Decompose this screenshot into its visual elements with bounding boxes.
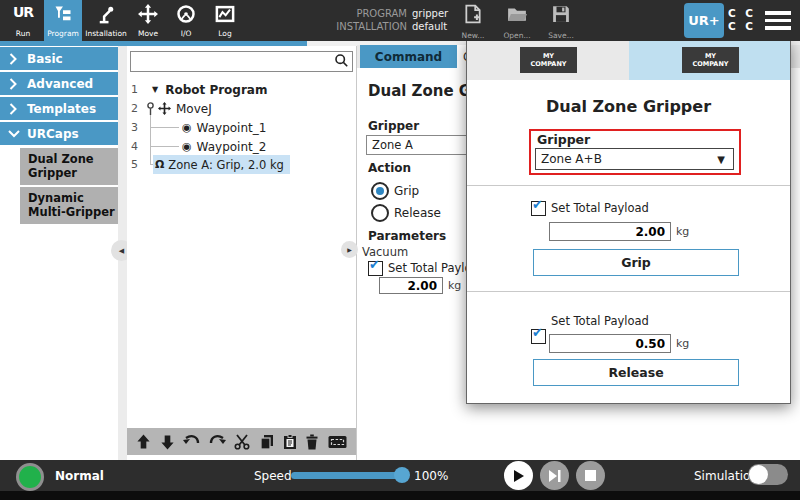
command-payload-input[interactable] [379,277,443,294]
radio-release[interactable] [371,204,389,222]
row-number: 1 [131,83,145,96]
tree-label: MoveJ [176,102,212,116]
release-payload-checkbox[interactable]: ✔ [531,329,546,344]
undo-button[interactable] [183,434,200,449]
program-tree-icon [53,4,73,28]
simulation-toggle[interactable] [748,464,788,485]
tab-installation[interactable]: Installation [84,0,128,41]
step-button[interactable] [540,461,569,490]
play-icon [513,470,524,482]
save-floppy-icon [552,4,570,28]
company-badge-left[interactable]: MY COMPANY [520,47,577,73]
suppress-button[interactable] [328,435,347,449]
pin-icon [146,102,155,116]
tree-label: Waypoint_2 [197,140,267,154]
stop-icon [585,470,596,481]
tree-row-zone-a-grip[interactable]: 5 Ω Zone A: Grip, 2.0 kg [127,155,356,174]
tab-io[interactable]: I/O [168,0,204,41]
command-payload-checkbox[interactable]: ✔ [368,261,383,276]
urplus-badge[interactable]: UR+ [684,3,724,38]
sidebar-item-dual-zone-gripper[interactable]: Dual Zone Gripper [20,148,118,185]
tab-log[interactable]: Log [206,0,244,41]
sidebar-templates-label: Templates [27,102,96,116]
move-down-button[interactable] [160,434,175,450]
command-gripper-select[interactable]: Zone A [366,135,475,155]
open-program-button[interactable]: Open... [496,4,538,40]
chevron-down-icon: ▼ [717,154,725,165]
overlay-gripper-label: Gripper [537,132,590,147]
tree-row-robot-program[interactable]: 1 ▼ Robot Program [127,80,356,99]
tree-search [130,50,353,71]
vendor-logo: C C C C [727,7,757,33]
command-action-label: Action [368,161,411,175]
robot-arm-icon [96,4,116,28]
sidebar-urcaps-label: URCaps [27,127,79,141]
grip-payload-checkbox[interactable]: ✔ [531,201,546,216]
row-number: 3 [131,121,145,134]
io-gauge-icon [176,4,196,28]
new-program-button[interactable]: New... [452,4,494,40]
stop-button[interactable] [576,461,605,490]
grip-button[interactable]: Grip [533,249,739,276]
ur-logo-icon: UR [13,4,33,20]
tree-toolbar [127,428,356,455]
move-up-button[interactable] [136,434,151,450]
speed-label: Speed [254,469,292,483]
new-file-icon [464,4,482,28]
tab-program[interactable]: Program [44,0,82,41]
hamburger-menu-icon[interactable] [760,0,796,41]
command-parameters-label: Parameters [368,229,446,243]
footer-bar: Normal Speed 100% Simulation [0,460,800,491]
cut-button[interactable] [234,434,250,450]
grip-payload-input[interactable] [549,222,671,241]
copy-button[interactable] [259,434,274,450]
tab-move-label: Move [138,29,158,38]
sidebar-item-basic[interactable]: Basic [0,47,118,70]
row-number: 4 [131,140,145,153]
sidebar-item-dynamic-multi-gripper[interactable]: Dynamic Multi-Gripper [20,187,118,224]
tree-label: Waypoint_1 [197,121,267,135]
step-icon [549,470,561,482]
sidebar-item-templates[interactable]: Templates [0,97,118,120]
speed-slider-knob[interactable] [394,467,410,483]
sidebar-item-advanced[interactable]: Advanced [0,72,118,95]
movej-icon [158,102,171,115]
tree-row-waypoint-1[interactable]: 3 ◉ Waypoint_1 [127,118,356,137]
collapse-right-handle[interactable]: ▶ [341,241,358,258]
collapse-caret-icon[interactable]: ▼ [152,85,158,94]
bottom-edge [0,491,800,500]
gripper-overlay-panel: MY COMPANY MY COMPANY Dual Zone Gripper … [466,40,791,404]
sidebar-item-urcaps[interactable]: URCaps [0,122,118,145]
row-number: 2 [131,102,145,115]
toggle-knob[interactable] [749,465,768,484]
installation-field-label: INSTALLATION [335,21,407,32]
paste-button[interactable] [283,434,297,450]
search-input[interactable] [130,51,353,72]
tab-run-label: Run [16,29,30,38]
tab-move[interactable]: Move [130,0,166,41]
status-indicator[interactable] [16,463,44,491]
tree-row-waypoint-2[interactable]: 4 ◉ Waypoint_2 [127,137,356,156]
installation-name: default [412,21,447,32]
release-payload-input[interactable] [549,334,671,353]
play-button[interactable] [504,461,533,490]
grip-payload-label: Set Total Payload [551,201,649,215]
overlay-gripper-value: Zone A+B [541,152,602,166]
selected-row-highlight: Ω Zone A: Grip, 2.0 kg [153,155,290,174]
delete-button[interactable] [305,434,319,450]
overlay-divider [467,291,790,292]
tree-row-movej[interactable]: 2 MoveJ [127,99,356,118]
company-badge-right[interactable]: MY COMPANY [682,47,739,73]
radio-grip[interactable] [371,182,389,200]
release-payload-unit: kg [676,337,689,350]
overlay-gripper-select[interactable]: Zone A+B ▼ [535,148,734,170]
search-icon[interactable] [334,53,349,68]
tab-run[interactable]: UR Run [4,0,42,41]
tab-command[interactable]: Command [360,45,457,68]
speed-slider-track[interactable] [291,472,405,479]
release-button[interactable]: Release [533,359,739,386]
redo-button[interactable] [209,434,226,449]
save-program-button[interactable]: Save... [540,4,582,40]
speed-value: 100% [414,469,448,483]
status-label: Normal [55,469,104,483]
